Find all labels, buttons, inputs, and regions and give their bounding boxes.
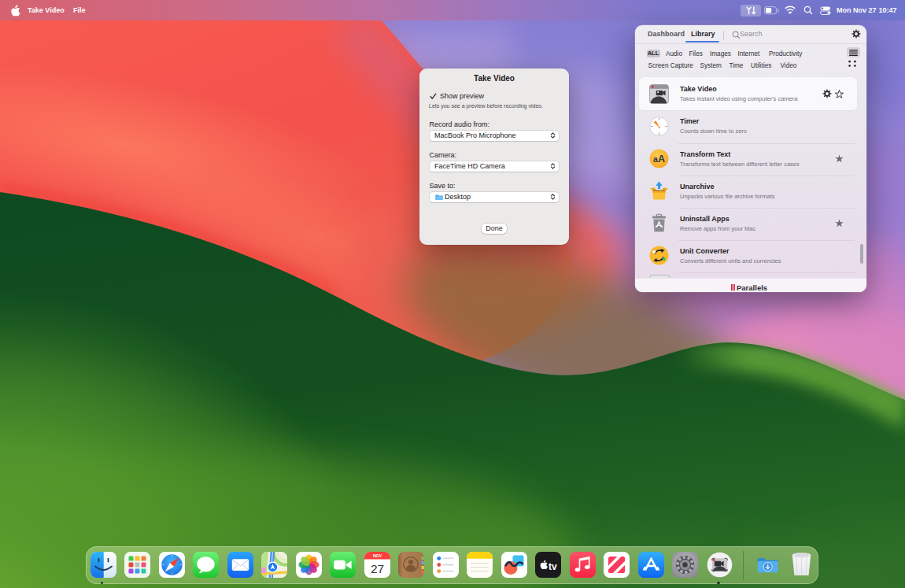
svg-text:27: 27 — [370, 562, 383, 575]
svg-text:NOV: NOV — [372, 553, 382, 558]
svg-text:tv: tv — [549, 561, 557, 572]
svg-text:Parallels: Parallels — [737, 283, 767, 292]
svg-text:A: A — [658, 153, 665, 165]
